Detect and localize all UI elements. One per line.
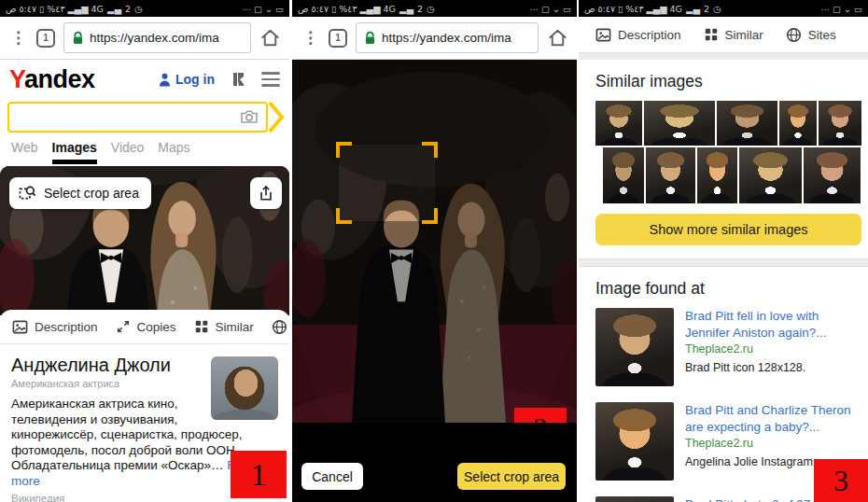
tab-counter-button[interactable]: 1: [329, 29, 347, 48]
image-found-at-heading: Image found at: [595, 279, 868, 299]
tab-web[interactable]: Web: [11, 140, 38, 160]
result-description: Brad Pitt icon 128x128.: [685, 361, 862, 374]
section-divider: [579, 53, 868, 60]
similar-image-thumb[interactable]: [739, 147, 802, 203]
home-icon[interactable]: [547, 27, 568, 49]
globe-icon: [272, 319, 287, 335]
login-button[interactable]: Log in: [159, 72, 215, 87]
share-button[interactable]: [250, 177, 282, 209]
similar-image-thumb[interactable]: [603, 147, 644, 203]
phone-screen-2: ص ٥:٤٧ ▯ %٤٣ ▂▄▆ 4G ▂▄ 2 ◷ ⋯ ▢ ⌄ ▭ ⋮ 1 h…: [292, 0, 577, 502]
similar-image-thumb[interactable]: [779, 101, 817, 146]
status-bar: ص ٥:٤٧ ▯ %٤٣ ▂▄▆ 4G ▂▄ 2 ◷ ⋯ ▢ ⌄ ▭: [579, 0, 868, 17]
similar-image-thumb[interactable]: [595, 101, 642, 146]
picture-icon: [595, 27, 611, 43]
status-right: ⋯ ▢ ⌄ ▭: [530, 4, 571, 14]
select-crop-area-button[interactable]: Select crop area: [9, 177, 151, 209]
crop-corner-bottom-right[interactable]: [422, 208, 438, 224]
tab-video[interactable]: Video: [111, 140, 145, 160]
select-crop-area-button[interactable]: Select crop area: [457, 463, 566, 490]
crop-action-bar: Cancel Select crop area: [292, 423, 577, 502]
tab-images[interactable]: Images: [52, 140, 97, 164]
camera-icon[interactable]: [240, 109, 259, 124]
search-input[interactable]: [7, 102, 268, 132]
similar-image-thumb[interactable]: [717, 101, 777, 146]
info-tab-strip: Description Copies Similar Sites: [0, 310, 289, 344]
browser-toolbar: ⋮ 1 https://yandex.com/ima: [0, 17, 289, 60]
similar-image-thumb[interactable]: [804, 147, 861, 203]
result-domain: Theplace2.ru: [685, 342, 862, 356]
person-icon: [159, 73, 171, 87]
result-link[interactable]: Brad Pitt fell in love with Jennifer Ani…: [685, 308, 862, 342]
show-more-similar-button[interactable]: Show more similar images: [595, 214, 861, 245]
lock-icon: [73, 31, 83, 45]
tab-maps[interactable]: Maps: [158, 140, 189, 160]
section-divider: [579, 258, 868, 267]
browser-toolbar: ⋮ 1 https://yandex.com/ima: [292, 17, 577, 60]
similar-image-thumb[interactable]: [697, 147, 737, 203]
status-bar: ص ٥:٤٧ ▯ %٤٣ ▂▄▆ 4G ▂▄ 2 ◷ ⋯ ▢ ⌄ ▭: [0, 0, 289, 17]
search-row: [0, 99, 289, 134]
tab-sites[interactable]: Sites: [272, 319, 289, 335]
globe-icon: [786, 27, 802, 43]
picture-icon: [12, 319, 28, 335]
result-item: Brad Pitt fell in love with Jennifer Ani…: [595, 308, 862, 386]
cancel-button[interactable]: Cancel: [301, 463, 363, 490]
tab-similar[interactable]: Similar: [194, 319, 254, 334]
tab-sites[interactable]: Sites: [786, 27, 836, 43]
grid-icon: [704, 27, 719, 42]
tab-description[interactable]: Description: [595, 27, 681, 43]
crop-corner-top-right[interactable]: [422, 142, 438, 158]
status-right: ⋯ ▢ ⌄ ▭: [243, 4, 284, 14]
result-link[interactable]: Brad Pitt and Charlize Theron are expect…: [685, 402, 862, 436]
url-text: https://yandex.com/ima: [382, 31, 511, 45]
tab-description[interactable]: Description: [12, 319, 98, 335]
similar-images-grid: [595, 101, 864, 203]
home-icon[interactable]: [259, 27, 281, 49]
phone-screen-3: ص ٥:٤٧ ▯ %٤٣ ▂▄▆ 4G ▂▄ 2 ◷ ⋯ ▢ ⌄ ▭ Descr…: [579, 0, 868, 502]
status-left: ص ٥:٤٧ ▯ %٤٣ ▂▄▆ 4G ▂▄ 2 ◷: [298, 4, 435, 14]
annotation-badge-1: 1: [231, 451, 287, 498]
search-vertical-tabs: Web Images Video Maps: [0, 134, 289, 166]
yandex-logo[interactable]: Yandex: [9, 65, 95, 94]
result-thumb[interactable]: [595, 402, 674, 481]
screenshot-root: ص ٥:٤٧ ▯ %٤٣ ▂▄▆ 4G ▂▄ 2 ◷ ⋯ ▢ ⌄ ▭ ⋮ 1 h…: [0, 0, 868, 502]
hamburger-menu-icon[interactable]: [261, 72, 280, 87]
status-bar: ص ٥:٤٧ ▯ %٤٣ ▂▄▆ 4G ▂▄ 2 ◷ ⋯ ▢ ⌄ ▭: [292, 0, 577, 17]
address-bar[interactable]: https://yandex.com/ima: [63, 22, 251, 53]
tab-similar[interactable]: Similar: [704, 27, 763, 42]
status-right: ⋯ ▢ ⌄ ▭: [821, 4, 862, 14]
result-info-card: Description Copies Similar Sites Анджели…: [0, 310, 289, 498]
result-thumb[interactable]: [595, 496, 674, 502]
tab-copies[interactable]: Copies: [116, 319, 176, 334]
crop-editor-canvas[interactable]: 2: [292, 60, 577, 423]
similar-image-thumb[interactable]: [819, 101, 861, 146]
info-tab-strip: Description Similar Sites: [579, 17, 868, 53]
result-thumb[interactable]: [595, 308, 674, 386]
result-domain: Theplace2.ru: [685, 437, 862, 450]
yandex-collections-icon[interactable]: [230, 71, 246, 88]
entity-portrait[interactable]: [211, 356, 278, 420]
crop-selection-window[interactable]: [339, 145, 435, 221]
share-icon: [258, 185, 274, 202]
annotation-badge-2: 2: [514, 408, 567, 423]
address-bar[interactable]: https://yandex.com/ima: [356, 22, 539, 53]
status-left: ص ٥:٤٧ ▯ %٤٣ ▂▄▆ 4G ▂▄ 2 ◷: [584, 4, 721, 14]
image-viewer: Select crop area: [0, 166, 289, 315]
menu-kebab-icon[interactable]: ⋮: [8, 30, 28, 46]
phone-screen-1: ص ٥:٤٧ ▯ %٤٣ ▂▄▆ 4G ▂▄ 2 ◷ ⋯ ▢ ⌄ ▭ ⋮ 1 h…: [0, 0, 289, 502]
menu-kebab-icon[interactable]: ⋮: [301, 30, 320, 46]
similar-image-thumb[interactable]: [644, 101, 715, 146]
annotation-badge-3: 3: [814, 459, 868, 502]
crop-search-icon: [19, 185, 36, 202]
red-carpet-photo: [292, 60, 577, 423]
grid-icon: [194, 319, 209, 334]
status-left: ص ٥:٤٧ ▯ %٤٣ ▂▄▆ 4G ▂▄ 2 ◷: [6, 4, 143, 14]
similar-image-thumb[interactable]: [646, 147, 695, 203]
search-arrow-icon[interactable]: [268, 100, 286, 134]
url-text: https://yandex.com/ima: [90, 31, 219, 45]
crop-corner-top-left[interactable]: [336, 142, 352, 158]
expand-arrows-icon: [116, 319, 131, 334]
tab-counter-button[interactable]: 1: [36, 29, 55, 48]
crop-corner-bottom-left[interactable]: [336, 208, 352, 224]
